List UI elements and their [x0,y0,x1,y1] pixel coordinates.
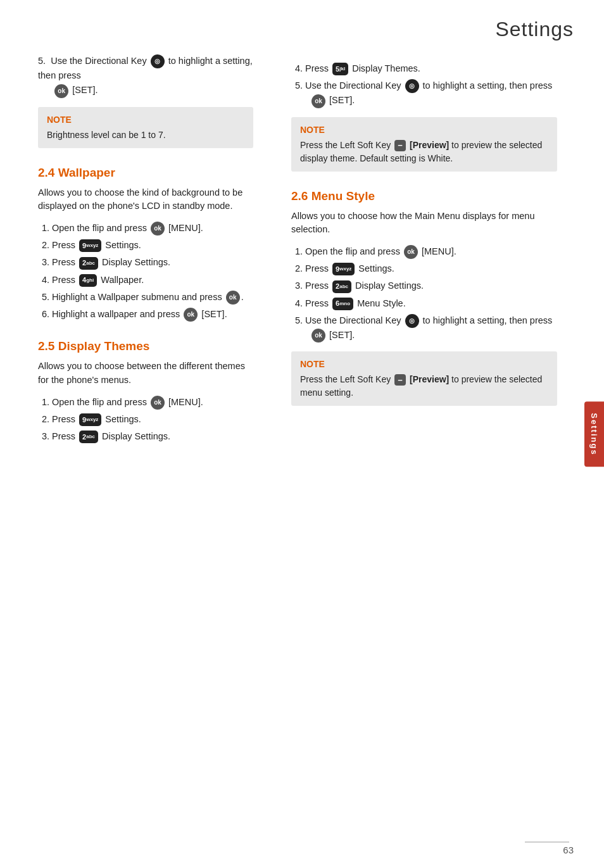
note-26-label: NOTE [300,358,548,371]
step-25-1: Open the flip and press ok [MENU]. [52,395,253,410]
note-brightness: NOTE Brightness level can be 1 to 7. [38,107,253,148]
step-5: Highlight a Wallpaper submenu and press … [52,290,253,305]
intro-step: 5. Use the Directional Key ◎ to highligh… [38,54,253,98]
ok-icon-1: ok [151,222,165,236]
right-column: Press 5jkl Display Themes. Use the Direc… [272,47,576,843]
note-text: Brightness level can be 1 to 7. [47,129,244,142]
9-badge-26: 9wxyz [332,263,355,275]
step-26-2: Press 9wxyz Settings. [305,261,557,276]
step-25-3: Press 2abc Display Settings. [52,429,253,444]
section-25-title: 2.5 Display Themes [38,339,253,353]
section-25-steps-right: Press 5jkl Display Themes. Use the Direc… [291,61,557,108]
step-25-5: Use the Directional Key ◎ to highlight a… [305,79,557,108]
dir-key-icon-25: ◎ [405,79,419,93]
ok-icon-25-1: ok [151,396,165,410]
ok-icon-3: ok [184,308,198,322]
left-column: 5. Use the Directional Key ◎ to highligh… [0,47,272,843]
step-3: Press 2abc Display Settings. [52,255,253,270]
directional-key-icon: ◎ [151,54,165,68]
ok-icon-25-5: ok [311,94,325,108]
left-soft-icon: − [394,140,406,151]
page-title: Settings [0,0,604,47]
6-badge: 6mno [332,298,353,310]
step-2: Press 9wxyz Settings. [52,238,253,253]
left-soft-icon-26: − [394,374,406,386]
step-26-1: Open the flip and press ok [MENU]. [305,244,557,259]
section-26-title: 2.6 Menu Style [291,189,557,203]
page: Settings 5. Use the Directional Key ◎ to… [0,0,604,868]
section-24: 2.4 Wallpaper Allows you to choose the k… [38,166,253,322]
step-26-3: Press 2abc Display Settings. [305,279,557,293]
note-label: NOTE [47,113,244,127]
bottom-divider [525,841,569,843]
dir-key-icon-26: ◎ [405,314,419,328]
2-badge-26: 2abc [332,280,351,293]
step-1: Open the flip and press ok [MENU]. [52,221,253,236]
step-25-4: Press 5jkl Display Themes. [305,61,557,76]
section-25-body: Allows you to choose between the differe… [38,360,253,387]
intro-set: [SET]. [72,85,98,95]
section-25-steps: Open the flip and press ok [MENU]. Press… [38,395,253,444]
step-25-2: Press 9wxyz Settings. [52,412,253,427]
ok-icon-26-5: ok [311,329,325,343]
note-25: NOTE Press the Left Soft Key − [Preview]… [291,117,557,172]
sidebar-label: Settings [589,413,599,455]
sidebar-tab: Settings [584,401,604,467]
note-25-label: NOTE [300,123,548,137]
section-25: 2.5 Display Themes Allows you to choose … [38,339,253,444]
9-badge: 9wxyz [79,239,101,252]
note-26: NOTE Press the Left Soft Key − [Preview]… [291,351,557,406]
ok-icon-2: ok [226,291,240,305]
ok-icon-26-1: ok [404,245,418,259]
step-26-5: Use the Directional Key ◎ to highlight a… [305,313,557,343]
5-badge: 5jkl [332,63,348,75]
section-26-steps: Open the flip and press ok [MENU]. Press… [291,244,557,343]
section-24-steps: Open the flip and press ok [MENU]. Press… [38,221,253,322]
intro-step-text: Use the Directional Key [51,56,147,66]
4-badge: 4ghi [79,274,97,287]
2-badge-25: 2abc [79,431,98,443]
section-24-body: Allows you to choose the kind of backgro… [38,186,253,214]
section-24-title: 2.4 Wallpaper [38,166,253,180]
step-6: Highlight a wallpaper and press ok [SET]… [52,307,253,322]
section-26: 2.6 Menu Style Allows you to choose how … [291,189,557,343]
page-number: 63 [563,845,574,855]
9-badge-25: 9wxyz [79,413,101,426]
note-26-text: Press the Left Soft Key − [Preview] to p… [300,373,548,399]
step-4: Press 4ghi Wallpaper. [52,273,253,287]
ok-icon: ok [54,84,68,98]
step-26-4: Press 6mno Menu Style. [305,296,557,311]
section-26-body: Allows you to choose how the Main Menu d… [291,210,557,237]
2-badge: 2abc [79,257,98,270]
note-25-text: Press the Left Soft Key − [Preview] to p… [300,139,548,165]
title-text: Settings [495,18,574,41]
